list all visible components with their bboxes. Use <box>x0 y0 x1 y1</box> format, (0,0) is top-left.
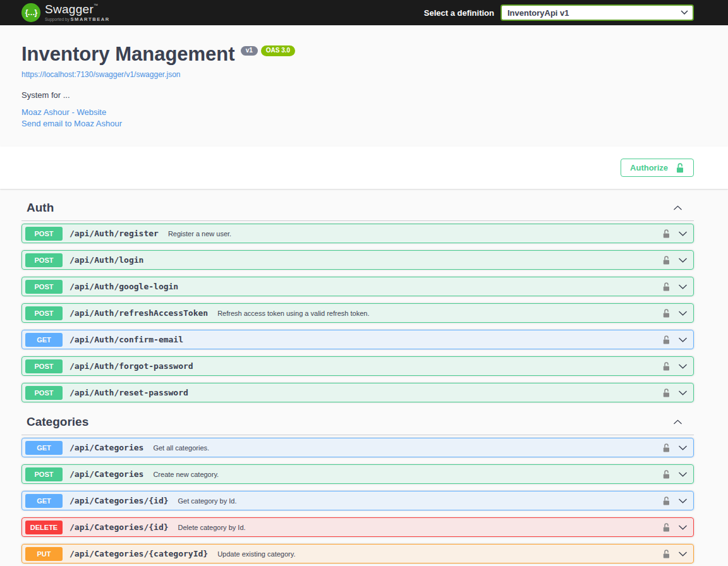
operation-summary: Get category by Id. <box>178 497 237 505</box>
operation-row[interactable]: POST /api/Auth/forgot-password <box>21 356 694 376</box>
method-badge: POST <box>25 359 63 373</box>
expand-icon[interactable] <box>678 231 688 236</box>
lock-icon[interactable] <box>662 335 670 345</box>
chevron-up-icon[interactable] <box>673 419 682 424</box>
operation-path: /api/Auth/refreshAccessToken <box>70 308 208 318</box>
operation-row[interactable]: POST /api/Auth/login <box>21 250 694 270</box>
smartbear-label: SMARTBEAR <box>70 16 109 22</box>
lock-icon[interactable] <box>662 388 670 398</box>
section-title: Auth <box>27 201 54 215</box>
operation-row[interactable]: GET /api/Categories Get all categories. <box>21 438 694 457</box>
expand-icon[interactable] <box>678 364 688 369</box>
lock-icon[interactable] <box>662 229 670 239</box>
email-link[interactable]: Send email to Moaz Ashour <box>21 118 694 130</box>
supported-by-label: Supported by <box>45 17 70 21</box>
operation-summary: Get all categories. <box>153 444 209 452</box>
trademark-symbol: ™ <box>94 3 98 8</box>
section-header[interactable]: Auth <box>21 195 694 221</box>
method-badge: POST <box>25 280 63 294</box>
operations-list: Auth POST /api/Auth/register Register a … <box>0 189 728 566</box>
operation-row[interactable]: PUT /api/Categories/{categoryId} Update … <box>21 544 694 563</box>
method-badge: GET <box>25 333 63 347</box>
operation-row[interactable]: POST /api/Auth/refreshAccessToken Refres… <box>21 303 694 323</box>
expand-icon[interactable] <box>678 472 688 477</box>
operation-row[interactable]: DELETE /api/Categories/{id} Delete categ… <box>21 517 694 537</box>
lock-icon[interactable] <box>662 549 670 559</box>
lock-icon[interactable] <box>662 522 670 533</box>
method-badge: PUT <box>25 547 63 561</box>
lock-icon[interactable] <box>662 496 670 506</box>
expand-icon[interactable] <box>678 311 688 316</box>
select-definition-label: Select a definition <box>424 8 494 18</box>
operation-path: /api/Auth/login <box>70 255 143 265</box>
method-badge: POST <box>25 467 63 481</box>
spec-url-link[interactable]: https://localhost:7130/swagger/v1/swagge… <box>21 70 180 79</box>
operation-path: /api/Auth/confirm-email <box>70 335 183 344</box>
expand-icon[interactable] <box>678 498 688 503</box>
opblock-tag-section-categories: Categories GET /api/Categories Get all c… <box>21 409 694 563</box>
expand-icon[interactable] <box>678 258 688 263</box>
authorize-label: Authorize <box>630 163 668 172</box>
operation-row[interactable]: GET /api/Auth/confirm-email <box>21 330 694 349</box>
operation-path: /api/Categories <box>70 443 143 452</box>
method-badge: POST <box>25 386 63 400</box>
lock-icon[interactable] <box>662 282 670 292</box>
opblock-tag-section-auth: Auth POST /api/Auth/register Register a … <box>21 195 694 402</box>
expand-icon[interactable] <box>678 284 688 289</box>
lock-icon[interactable] <box>662 308 670 318</box>
authorize-button[interactable]: Authorize <box>621 159 694 177</box>
method-badge: POST <box>25 227 63 241</box>
lock-icon[interactable] <box>662 443 670 453</box>
section-header[interactable]: Categories <box>21 409 694 435</box>
operation-path: /api/Auth/google-login <box>70 282 178 291</box>
expand-icon[interactable] <box>678 445 688 450</box>
expand-icon[interactable] <box>678 390 688 395</box>
scheme-container: Authorize <box>0 147 728 189</box>
brand-name: Swagger <box>45 3 94 16</box>
operation-path: /api/Auth/register <box>70 229 159 238</box>
operation-row[interactable]: POST /api/Auth/register Register a new u… <box>21 224 694 243</box>
operation-path: /api/Categories/{id} <box>70 522 169 532</box>
section-operations: GET /api/Categories Get all categories. … <box>21 438 694 563</box>
operation-path: /api/Categories/{categoryId} <box>70 549 208 558</box>
expand-icon[interactable] <box>678 337 688 342</box>
section-operations: POST /api/Auth/register Register a new u… <box>21 224 694 402</box>
swagger-brand[interactable]: {…} Swagger™ Supported by SMARTBEAR <box>21 3 110 22</box>
method-badge: DELETE <box>25 521 63 534</box>
expand-icon[interactable] <box>678 551 688 557</box>
operation-row[interactable]: POST /api/Auth/reset-password <box>21 383 694 402</box>
operation-summary: Update existing category. <box>217 550 295 558</box>
section-title: Categories <box>27 415 88 429</box>
operation-summary: Create new category. <box>153 471 219 478</box>
expand-icon[interactable] <box>678 525 688 530</box>
operation-row[interactable]: GET /api/Categories/{id} Get category by… <box>21 491 694 510</box>
version-badge: v1 <box>241 46 258 56</box>
operation-summary: Delete category by Id. <box>178 524 246 531</box>
definition-select[interactable]: InventoryApi v1 <box>500 4 694 21</box>
lock-icon[interactable] <box>662 255 670 265</box>
topbar: {…} Swagger™ Supported by SMARTBEAR Sele… <box>0 0 728 25</box>
operation-summary: Register a new user. <box>168 230 231 238</box>
unlock-icon <box>676 162 684 174</box>
brand-text: Swagger™ Supported by SMARTBEAR <box>45 3 110 22</box>
method-badge: POST <box>25 306 63 320</box>
website-link[interactable]: Moaz Ashour - Website <box>21 107 694 119</box>
oas-badge: OAS 3.0 <box>261 45 295 56</box>
method-badge: POST <box>25 253 63 267</box>
swagger-logo-icon: {…} <box>21 3 40 22</box>
chevron-up-icon[interactable] <box>673 205 682 210</box>
operation-row[interactable]: POST /api/Categories Create new category… <box>21 464 694 484</box>
lock-icon[interactable] <box>662 361 670 371</box>
operation-path: /api/Categories/{id} <box>70 496 169 505</box>
method-badge: GET <box>25 494 63 508</box>
api-title-text: Inventory Management <box>21 43 235 66</box>
operation-path: /api/Categories <box>70 469 143 479</box>
api-description: System for ... <box>21 90 694 100</box>
method-badge: GET <box>25 441 63 455</box>
operation-path: /api/Auth/forgot-password <box>70 361 193 371</box>
operation-row[interactable]: POST /api/Auth/google-login <box>21 277 694 296</box>
info-section: Inventory Management v1 OAS 3.0 https://… <box>0 25 728 147</box>
lock-icon[interactable] <box>662 469 670 479</box>
page-title: Inventory Management v1 OAS 3.0 <box>21 43 694 66</box>
operation-summary: Refresh access token using a valid refre… <box>217 310 369 317</box>
